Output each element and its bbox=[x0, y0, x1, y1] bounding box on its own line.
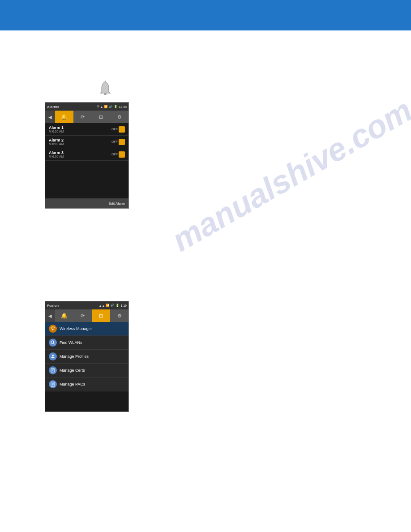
menu-item-manage-pacs[interactable]: Manage PACs bbox=[45, 378, 128, 391]
status-icon-signal-2: 📶 bbox=[106, 304, 110, 307]
manage-certs-label: Manage Certs bbox=[60, 368, 85, 373]
status-bar-2: Fusion ▲▲ 📶 🔊 🔋 1:19 bbox=[45, 301, 128, 309]
tab-back-2[interactable]: ◀ bbox=[45, 309, 55, 322]
wireless-manager-icon bbox=[49, 325, 57, 333]
alarm-1-info: Alarm 1 M 6:00 AM bbox=[49, 125, 64, 133]
settings-tab-icon-2: ⚙ bbox=[117, 313, 122, 319]
refresh-tab-icon: ⟳ bbox=[81, 114, 85, 120]
find-wlans-icon bbox=[49, 339, 57, 347]
alarm-1-toggle[interactable]: OFF bbox=[111, 126, 125, 133]
alarm-2-status: OFF bbox=[111, 140, 118, 143]
bell-icon-large bbox=[96, 80, 114, 98]
svg-point-2 bbox=[52, 329, 54, 330]
status-bar-icons-1: ✉ ▲ 📶 🔊 🔋 12:48 bbox=[97, 105, 127, 108]
status-icon-wifi-2: ▲▲ bbox=[99, 304, 105, 307]
menu-item-manage-profiles[interactable]: Manage Profiles bbox=[45, 350, 128, 364]
bell-tab-icon: 🔔 bbox=[61, 114, 68, 120]
tab-bar-1: ◀ 🔔 ⟳ ⊞ ⚙ bbox=[45, 111, 128, 123]
tab-grid-2[interactable]: ⊞ bbox=[92, 309, 110, 322]
tab-settings-2[interactable]: ⚙ bbox=[110, 309, 128, 322]
alarm-1-status: OFF bbox=[111, 128, 118, 131]
alarm-item-2[interactable]: Alarm 2 M 6:00 AM OFF bbox=[45, 136, 128, 148]
status-bar-time-1: 12:48 bbox=[119, 105, 127, 108]
alarm-2-name: Alarm 2 bbox=[49, 138, 64, 142]
manage-profiles-icon bbox=[49, 352, 57, 360]
alarm-3-switch[interactable] bbox=[119, 151, 125, 158]
alarm-3-name: Alarm 3 bbox=[49, 150, 64, 155]
alarm-3-toggle[interactable]: OFF bbox=[111, 151, 125, 158]
tab-settings-1[interactable]: ⚙ bbox=[110, 111, 128, 123]
status-bar-title-2: Fusion bbox=[47, 304, 59, 308]
status-icon-signal: 📶 bbox=[104, 105, 108, 108]
alarm-3-time: M 6:00 AM bbox=[49, 155, 64, 158]
status-icon-msg: ✉ bbox=[97, 105, 99, 108]
refresh-tab-icon-2: ⟳ bbox=[81, 313, 85, 319]
alarm-1-name: Alarm 1 bbox=[49, 125, 64, 130]
top-header-bar bbox=[0, 0, 411, 30]
watermark: manualshive.com bbox=[166, 91, 411, 258]
find-wlans-label: Find WLANs bbox=[60, 340, 82, 345]
menu-item-find-wlans[interactable]: Find WLANs bbox=[45, 336, 128, 350]
tab-bar-2: ◀ 🔔 ⟳ ⊞ ⚙ bbox=[45, 309, 128, 322]
tab-refresh-1[interactable]: ⟳ bbox=[73, 111, 92, 123]
menu-item-manage-certs[interactable]: Manage Certs bbox=[45, 364, 128, 378]
tab-grid-1[interactable]: ⊞ bbox=[92, 111, 110, 123]
phone-screen-alarms: Alarms ✉ ▲ 📶 🔊 🔋 12:48 ◀ 🔔 ⟳ ⊞ ⚙ Alarm 1 bbox=[45, 102, 129, 209]
status-icon-battery-2: 🔋 bbox=[116, 304, 120, 307]
phone-screen-fusion: Fusion ▲▲ 📶 🔊 🔋 1:19 ◀ 🔔 ⟳ ⊞ ⚙ bbox=[45, 301, 129, 412]
status-icon-wifi: ▲ bbox=[100, 105, 103, 108]
manage-pacs-label: Manage PACs bbox=[60, 382, 85, 386]
grid-tab-icon: ⊞ bbox=[99, 114, 103, 120]
svg-point-3 bbox=[51, 341, 54, 343]
status-icon-battery: 🔋 bbox=[114, 105, 118, 108]
alarm-2-toggle[interactable]: OFF bbox=[111, 139, 125, 145]
alarm-3-info: Alarm 3 M 6:00 AM bbox=[49, 150, 64, 158]
tab-back-1[interactable]: ◀ bbox=[45, 111, 55, 123]
edit-alarm-label: Edit Alarm bbox=[109, 202, 125, 206]
status-icon-volume-2: 🔊 bbox=[111, 304, 115, 307]
alarm-2-time: M 6:00 AM bbox=[49, 142, 64, 146]
svg-rect-0 bbox=[104, 93, 107, 95]
status-bar-1: Alarms ✉ ▲ 📶 🔊 🔋 12:48 bbox=[45, 103, 128, 111]
tab-alarm-2[interactable]: 🔔 bbox=[55, 309, 73, 322]
alarm-2-info: Alarm 2 M 6:00 AM bbox=[49, 138, 64, 146]
grid-tab-icon-2: ⊞ bbox=[99, 313, 103, 319]
tab-alarm-1[interactable]: 🔔 bbox=[55, 111, 73, 123]
svg-point-5 bbox=[52, 355, 54, 356]
settings-tab-icon: ⚙ bbox=[117, 114, 122, 120]
svg-line-4 bbox=[54, 343, 55, 345]
bell-tab-icon-2: 🔔 bbox=[61, 313, 68, 319]
status-bar-title-1: Alarms bbox=[47, 105, 59, 109]
alarm-3-status: OFF bbox=[111, 153, 118, 156]
alarm-2-switch[interactable] bbox=[119, 139, 125, 145]
wireless-manager-label: Wireless Manager bbox=[60, 326, 92, 331]
edit-alarm-bar[interactable]: Edit Alarm bbox=[45, 198, 128, 208]
menu-item-wireless-manager[interactable]: Wireless Manager bbox=[45, 322, 128, 336]
tab-refresh-2[interactable]: ⟳ bbox=[73, 309, 92, 322]
manage-profiles-label: Manage Profiles bbox=[60, 354, 89, 359]
alarm-list: Alarm 1 M 6:00 AM OFF Alarm 2 M 6:00 AM … bbox=[45, 123, 128, 161]
manage-certs-icon bbox=[49, 366, 57, 374]
alarm-item-1[interactable]: Alarm 1 M 6:00 AM OFF bbox=[45, 123, 128, 136]
manage-pacs-icon bbox=[49, 380, 57, 388]
svg-rect-6 bbox=[51, 369, 55, 372]
alarm-1-time: M 6:00 AM bbox=[49, 130, 64, 133]
status-bar-icons-2: ▲▲ 📶 🔊 🔋 1:19 bbox=[99, 304, 127, 307]
alarm-1-switch[interactable] bbox=[119, 126, 125, 133]
fusion-menu-list: Wireless Manager Find WLANs Manage Profi… bbox=[45, 322, 128, 391]
alarm-item-3[interactable]: Alarm 3 M 6:00 AM OFF bbox=[45, 148, 128, 161]
status-bar-time-2: 1:19 bbox=[120, 304, 127, 307]
status-icon-volume: 🔊 bbox=[109, 105, 113, 108]
